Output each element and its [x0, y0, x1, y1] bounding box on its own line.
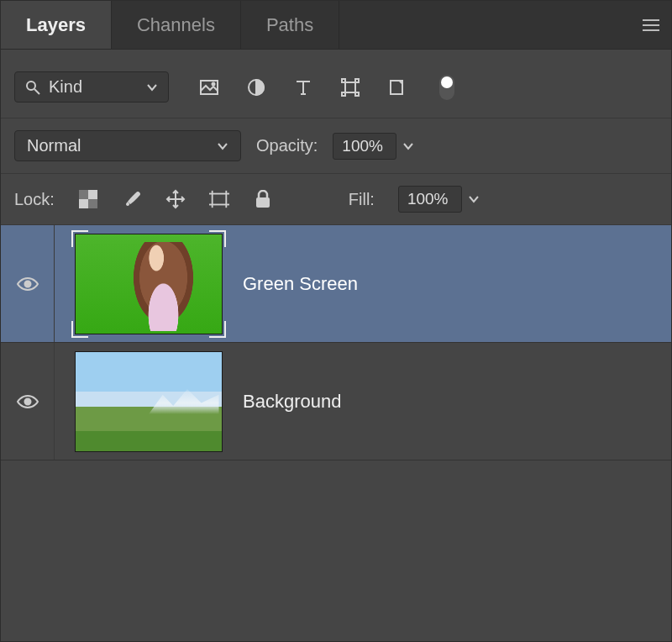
- filter-row: Kind: [1, 50, 671, 118]
- lock-artboard-icon[interactable]: [209, 189, 229, 209]
- svg-rect-11: [345, 82, 355, 92]
- visibility-toggle[interactable]: [1, 225, 55, 342]
- lock-row: Lock: Fill: 100%: [1, 174, 671, 225]
- svg-rect-19: [88, 199, 97, 208]
- layer-thumbnail[interactable]: [75, 351, 223, 452]
- layer-row[interactable]: Green Screen: [1, 225, 671, 343]
- svg-rect-13: [355, 79, 359, 82]
- visibility-toggle[interactable]: [1, 343, 55, 460]
- layer-row[interactable]: Background: [1, 343, 671, 460]
- svg-rect-14: [342, 92, 345, 96]
- lock-label: Lock:: [14, 190, 55, 209]
- layer-thumbnail[interactable]: [75, 234, 223, 334]
- blend-mode-select[interactable]: Normal: [14, 130, 241, 161]
- svg-rect-15: [355, 92, 359, 96]
- svg-rect-18: [79, 190, 88, 199]
- chevron-down-icon: [146, 83, 158, 92]
- svg-rect-22: [213, 194, 227, 205]
- lock-paint-icon[interactable]: [122, 189, 142, 209]
- layers-panel: Layers Channels Paths Kind: [0, 0, 672, 642]
- filter-kind-select[interactable]: Kind: [14, 71, 169, 103]
- panel-menu-button[interactable]: [631, 1, 671, 49]
- fill-combo: 100%: [398, 186, 484, 213]
- lock-transparency-icon[interactable]: [78, 189, 98, 209]
- svg-rect-31: [256, 197, 270, 208]
- chevron-down-icon: [217, 142, 228, 150]
- fill-dropdown[interactable]: [464, 186, 484, 213]
- lock-position-icon[interactable]: [165, 189, 186, 209]
- svg-point-3: [27, 82, 35, 90]
- panel-tabbar: Layers Channels Paths: [1, 1, 671, 50]
- filter-shape-icon[interactable]: [340, 77, 360, 97]
- filter-pixel-icon[interactable]: [199, 77, 219, 97]
- filter-toggle[interactable]: [439, 75, 454, 100]
- svg-point-6: [213, 82, 215, 85]
- filter-type-icon[interactable]: [293, 77, 313, 97]
- filter-kind-label: Kind: [49, 77, 82, 97]
- opacity-label: Opacity:: [256, 136, 318, 155]
- blend-mode-value: Normal: [27, 136, 81, 155]
- layer-name[interactable]: Background: [243, 391, 341, 413]
- tab-layers[interactable]: Layers: [1, 1, 112, 49]
- svg-point-32: [24, 281, 30, 287]
- svg-line-4: [34, 89, 39, 94]
- search-icon: [25, 80, 40, 95]
- svg-rect-12: [342, 79, 345, 82]
- opacity-combo: 100%: [333, 133, 418, 160]
- filter-adjustment-icon[interactable]: [246, 77, 266, 97]
- tab-channels[interactable]: Channels: [112, 1, 241, 49]
- svg-point-33: [24, 398, 30, 404]
- filter-smartobject-icon[interactable]: [387, 77, 407, 97]
- opacity-dropdown[interactable]: [398, 133, 418, 160]
- lock-all-icon[interactable]: [253, 189, 273, 209]
- tab-paths[interactable]: Paths: [241, 1, 339, 49]
- blend-row: Normal Opacity: 100%: [1, 118, 671, 174]
- layer-name[interactable]: Green Screen: [243, 273, 358, 295]
- fill-input[interactable]: 100%: [398, 186, 462, 213]
- opacity-input[interactable]: 100%: [333, 133, 396, 160]
- layers-list: Green Screen Background: [1, 225, 671, 641]
- fill-label: Fill:: [349, 190, 375, 209]
